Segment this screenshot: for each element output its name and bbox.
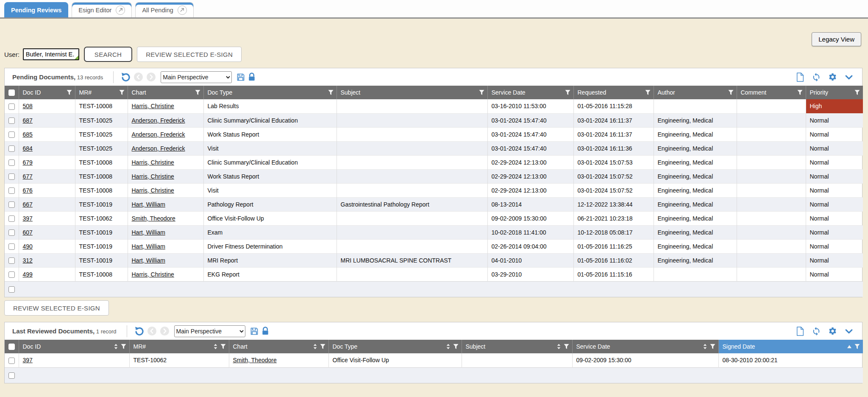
filter-icon[interactable] bbox=[479, 90, 484, 95]
sort-icon[interactable] bbox=[313, 344, 317, 349]
row-checkbox[interactable] bbox=[8, 131, 15, 138]
perspective-select[interactable]: Main Perspective bbox=[174, 325, 245, 337]
sort-icon[interactable] bbox=[214, 344, 217, 349]
chart-link[interactable]: Smith, Theodore bbox=[233, 357, 277, 363]
next-page-icon[interactable] bbox=[160, 326, 170, 336]
collapse-icon[interactable] bbox=[844, 73, 854, 82]
filter-icon[interactable] bbox=[67, 90, 72, 95]
filter-icon[interactable] bbox=[797, 90, 803, 95]
refresh-icon[interactable] bbox=[812, 327, 821, 336]
filter-icon[interactable] bbox=[320, 344, 326, 349]
refresh-icon[interactable] bbox=[812, 73, 821, 82]
row-checkbox[interactable] bbox=[8, 159, 15, 166]
tab-all-pending[interactable]: All Pending bbox=[135, 2, 193, 17]
column-header-doc_id[interactable]: Doc ID bbox=[19, 340, 129, 353]
chart-link[interactable]: Harris, Christine bbox=[132, 103, 174, 109]
doc_id-link[interactable]: 397 bbox=[23, 215, 33, 222]
doc_id-link[interactable]: 490 bbox=[23, 243, 33, 250]
chart-link[interactable]: Anderson, Frederick bbox=[132, 117, 185, 124]
tab-esign-editor[interactable]: Esign Editor bbox=[72, 2, 132, 17]
doc_id-link[interactable]: 684 bbox=[23, 145, 33, 152]
chart-link[interactable]: Anderson, Frederick bbox=[132, 131, 185, 138]
save-icon[interactable] bbox=[236, 73, 245, 81]
undo-icon[interactable] bbox=[120, 72, 131, 82]
chart-link[interactable]: Hart, William bbox=[132, 201, 165, 208]
search-button[interactable]: SEARCH bbox=[84, 47, 132, 62]
review-selected-esign-button-bottom[interactable]: REVIEW SELECTED E-SIGN bbox=[4, 300, 109, 316]
sort-asc-icon[interactable] bbox=[847, 345, 851, 348]
row-checkbox[interactable] bbox=[8, 286, 15, 293]
row-checkbox[interactable] bbox=[8, 201, 15, 208]
chart-link[interactable]: Hart, William bbox=[132, 257, 165, 264]
doc_id-link[interactable]: 676 bbox=[23, 187, 33, 194]
column-header-signed_date[interactable]: Signed Date bbox=[718, 340, 863, 353]
legacy-view-button[interactable]: Legacy View bbox=[812, 32, 861, 46]
row-checkbox[interactable] bbox=[8, 117, 15, 124]
next-page-icon[interactable] bbox=[146, 72, 156, 82]
column-header-chart[interactable]: Chart bbox=[229, 340, 328, 353]
sort-icon[interactable] bbox=[557, 344, 561, 349]
row-checkbox[interactable] bbox=[8, 103, 15, 110]
user-input[interactable] bbox=[23, 48, 79, 60]
open-in-new-icon[interactable] bbox=[116, 6, 125, 15]
tab-pending-reviews[interactable]: Pending Reviews bbox=[4, 2, 68, 17]
filter-icon[interactable] bbox=[854, 344, 860, 349]
row-checkbox[interactable] bbox=[8, 215, 15, 222]
review-selected-esign-button-top[interactable]: REVIEW SELECTED E-SIGN bbox=[137, 47, 242, 62]
doc_id-link[interactable]: 312 bbox=[23, 257, 33, 264]
gear-icon[interactable] bbox=[828, 327, 837, 336]
chart-link[interactable]: Harris, Christine bbox=[132, 187, 174, 194]
new-document-icon[interactable] bbox=[796, 73, 804, 82]
filter-icon[interactable] bbox=[121, 344, 126, 349]
row-checkbox[interactable] bbox=[8, 243, 15, 250]
open-in-new-icon[interactable] bbox=[178, 6, 187, 15]
collapse-icon[interactable] bbox=[844, 327, 854, 336]
save-icon[interactable] bbox=[250, 327, 259, 335]
doc_id-link[interactable]: 607 bbox=[23, 229, 33, 236]
doc_id-link[interactable]: 499 bbox=[23, 271, 33, 278]
prev-page-icon[interactable] bbox=[134, 72, 143, 82]
lock-icon[interactable] bbox=[248, 73, 256, 81]
filter-icon[interactable] bbox=[564, 344, 569, 349]
doc_id-link[interactable]: 679 bbox=[23, 159, 33, 166]
filter-icon[interactable] bbox=[220, 344, 226, 349]
filter-icon[interactable] bbox=[195, 90, 200, 95]
undo-icon[interactable] bbox=[134, 326, 144, 336]
doc_id-link[interactable]: 685 bbox=[23, 131, 33, 138]
sort-icon[interactable] bbox=[446, 344, 450, 349]
row-checkbox[interactable] bbox=[8, 187, 15, 194]
column-header-doc_type[interactable]: Doc Type bbox=[328, 340, 462, 353]
row-checkbox[interactable] bbox=[8, 145, 15, 152]
doc_id-link[interactable]: 397 bbox=[23, 357, 33, 363]
filter-icon[interactable] bbox=[645, 90, 651, 95]
filter-icon[interactable] bbox=[328, 90, 334, 95]
chart-link[interactable]: Smith, Theodore bbox=[132, 215, 175, 222]
select-all-checkbox[interactable] bbox=[8, 89, 15, 96]
filter-icon[interactable] bbox=[710, 344, 715, 349]
perspective-select[interactable]: Main Perspective bbox=[161, 71, 232, 83]
filter-icon[interactable] bbox=[565, 90, 570, 95]
row-checkbox[interactable] bbox=[8, 358, 15, 364]
doc_id-link[interactable]: 687 bbox=[23, 117, 33, 124]
chart-link[interactable]: Harris, Christine bbox=[132, 173, 174, 180]
column-header-mr[interactable]: MR# bbox=[129, 340, 229, 353]
sort-icon[interactable] bbox=[703, 344, 707, 349]
filter-icon[interactable] bbox=[728, 90, 734, 95]
row-checkbox[interactable] bbox=[8, 372, 15, 379]
sort-icon[interactable] bbox=[114, 344, 118, 349]
chart-link[interactable]: Harris, Christine bbox=[132, 271, 174, 278]
chart-link[interactable]: Harris, Christine bbox=[132, 159, 174, 166]
select-all-checkbox[interactable] bbox=[8, 344, 15, 350]
chart-link[interactable]: Hart, William bbox=[132, 229, 165, 236]
doc_id-link[interactable]: 508 bbox=[23, 103, 33, 109]
column-header-subject[interactable]: Subject bbox=[462, 340, 572, 353]
row-checkbox[interactable] bbox=[8, 271, 15, 278]
column-header-service_date[interactable]: Service Date bbox=[572, 340, 718, 353]
doc_id-link[interactable]: 667 bbox=[23, 201, 33, 208]
new-document-icon[interactable] bbox=[796, 327, 804, 336]
filter-icon[interactable] bbox=[854, 90, 860, 95]
row-checkbox[interactable] bbox=[8, 173, 15, 180]
doc_id-link[interactable]: 677 bbox=[23, 173, 33, 180]
chart-link[interactable]: Hart, William bbox=[132, 243, 165, 250]
lock-icon[interactable] bbox=[262, 327, 269, 335]
